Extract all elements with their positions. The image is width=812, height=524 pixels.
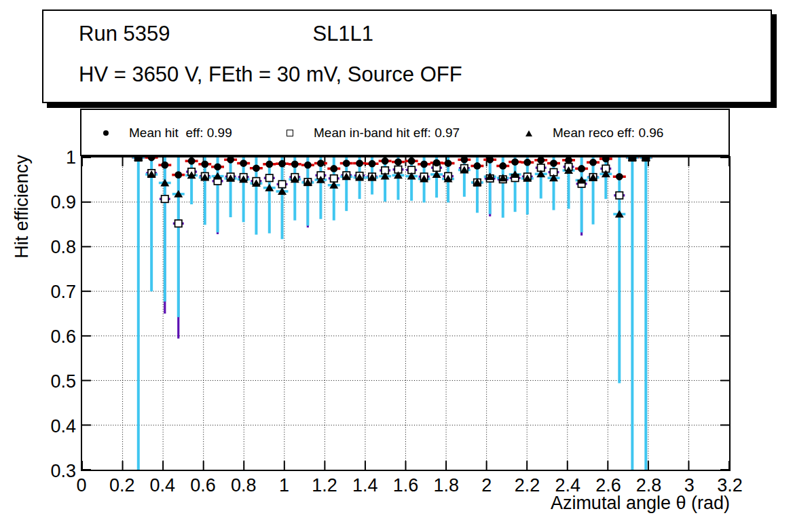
legend-label-inband: Mean in-band hit eff: 0.97 (314, 126, 460, 141)
legend: Mean hit eff: 0.99 Mean in-band hit eff:… (80, 109, 730, 156)
run-label: Run 5359 (79, 22, 170, 45)
x-axis-title: Azimutal angle θ (rad) (551, 493, 730, 514)
y-tick-label: 0.4 (15, 416, 76, 437)
open-square-icon (287, 130, 293, 136)
legend-label-reco: Mean reco eff: 0.96 (553, 126, 663, 141)
filled-triangle-icon (525, 130, 532, 136)
conditions-label: HV = 3650 V, FEth = 30 mV, Source OFF (79, 62, 462, 87)
y-tick-label: 0.5 (15, 371, 76, 392)
plot-frame (81, 156, 731, 471)
y-tick-label: 0.6 (15, 326, 76, 348)
legend-entry-reco: Mean reco eff: 0.96 (525, 125, 663, 141)
y-axis-title: Hit efficiency (12, 149, 33, 265)
legend-label-hit: Mean hit eff: 0.99 (129, 126, 232, 141)
filled-circle-icon (103, 130, 109, 136)
root-canvas: Run 5359SL1L1 HV = 3650 V, FEth = 30 mV,… (0, 0, 812, 524)
legend-entry-inband: Mean in-band hit eff: 0.97 (287, 125, 460, 141)
y-tick-label: 0.7 (15, 282, 76, 303)
legend-entry-hit: Mean hit eff: 0.99 (103, 125, 232, 141)
y-tick-label: 0.3 (15, 461, 76, 482)
title-box: Run 5359SL1L1 HV = 3650 V, FEth = 30 mV,… (42, 10, 772, 103)
title-line-1: Run 5359SL1L1 (79, 22, 373, 46)
layer-label: SL1L1 (312, 22, 373, 45)
chart-canvas (82, 157, 729, 470)
